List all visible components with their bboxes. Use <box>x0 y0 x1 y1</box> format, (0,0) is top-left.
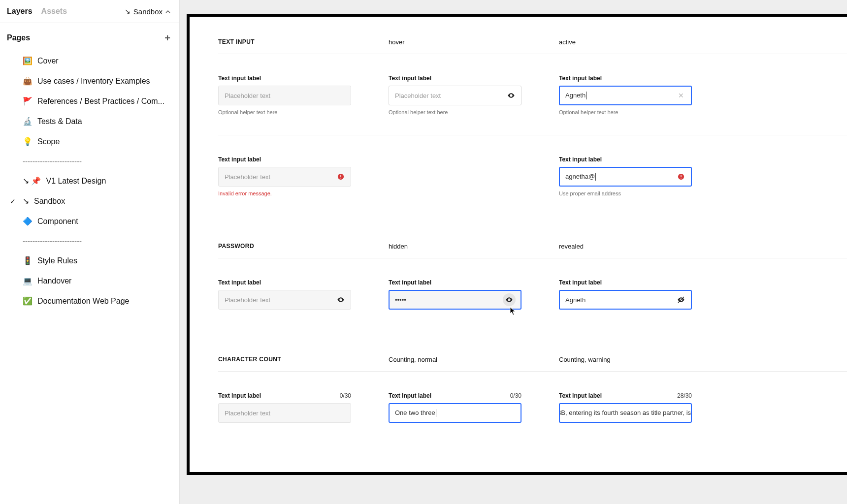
page-item-references[interactable]: 🚩 References / Best Practices / Com... <box>0 91 179 111</box>
input-placeholder: Placeholder text <box>225 92 270 99</box>
char-counter: 0/30 <box>510 392 521 399</box>
field-label: Text input label <box>389 75 431 82</box>
svg-rect-1 <box>340 175 341 177</box>
section-title: CHARACTER COUNT <box>218 356 389 363</box>
helper-text: Optional helper text here <box>559 109 692 115</box>
section-header-password: PASSWORD hidden revealed <box>218 236 847 258</box>
page-item-label: ------------------------ <box>23 157 82 165</box>
eye-off-icon[interactable] <box>676 295 686 305</box>
page-item-label: Cover <box>37 57 59 65</box>
char-count-default: Text input label 0/30 Placeholder text <box>218 392 389 423</box>
chevron-up-icon <box>165 7 170 16</box>
text-input[interactable]: Placeholder text <box>218 86 351 105</box>
section-title: PASSWORD <box>218 243 389 250</box>
page-emoji-icon: ↘ 📌 <box>23 176 41 186</box>
page-item-sandbox[interactable]: ✓ ↘ Sandbox <box>0 191 179 211</box>
canvas[interactable]: TEXT INPUT hover active Text input label… <box>180 0 847 504</box>
password-input[interactable]: ••••• <box>389 290 521 310</box>
input-value: Agneth <box>565 92 586 100</box>
input-placeholder: Placeholder text <box>225 173 270 181</box>
svg-rect-4 <box>681 175 681 177</box>
page-emoji-icon: ✅ <box>23 296 33 306</box>
page-item-cover[interactable]: 🖼️ Cover <box>0 51 179 71</box>
page-selector[interactable]: ↘ Sandbox <box>125 7 170 16</box>
page-item-style-rules[interactable]: 🚦 Style Rules <box>0 251 179 271</box>
layers-sidebar: Layers Assets ↘ Sandbox Pages + 🖼️ Cover… <box>0 0 180 504</box>
page-item-label: Handover <box>37 277 71 285</box>
char-count-row: Text input label 0/30 Placeholder text T… <box>218 372 847 442</box>
text-input-hover: Text input label Placeholder text Option… <box>389 75 559 115</box>
page-item-component[interactable]: 🔷 Component <box>0 211 179 231</box>
field-label: Text input label <box>389 279 431 286</box>
password-hidden: Text input label ••••• <box>389 279 559 310</box>
char-counter: 28/30 <box>677 392 692 399</box>
tab-layers[interactable]: Layers <box>7 7 33 16</box>
password-input[interactable]: Placeholder text <box>218 290 351 310</box>
page-item-label: Component <box>37 217 78 226</box>
page-item-v1-latest[interactable]: ↘ 📌 V1 Latest Design <box>0 171 179 191</box>
error-icon <box>336 172 346 182</box>
page-item-documentation[interactable]: ✅ Documentation Web Page <box>0 291 179 311</box>
text-input[interactable]: Placeholder text <box>218 403 351 423</box>
text-input-default: Text input label Placeholder text Option… <box>218 75 389 115</box>
page-emoji-icon: 🚩 <box>23 96 33 106</box>
field-label: Text input label <box>559 75 602 82</box>
page-item-handover[interactable]: 💻 Handover <box>0 271 179 291</box>
text-input[interactable]: One two three <box>389 403 521 423</box>
helper-text: Optional helper text here <box>389 109 521 115</box>
column-header-hover: hover <box>389 38 559 46</box>
helper-text: Use proper email address <box>559 190 692 196</box>
page-item-scope[interactable]: 💡 Scope <box>0 131 179 152</box>
svg-rect-5 <box>681 178 681 178</box>
page-item-label: Tests & Data <box>37 117 82 126</box>
page-item-use-cases[interactable]: 👜 Use cases / Inventory Examples <box>0 71 179 91</box>
text-input-error-hover-empty <box>389 156 559 196</box>
page-item-label: V1 Latest Design <box>46 177 106 186</box>
password-input[interactable]: Agneth <box>559 290 692 310</box>
clear-icon[interactable]: ✕ <box>676 91 686 100</box>
pages-header: Pages + <box>0 23 179 48</box>
text-input[interactable]: agnetha@ <box>559 167 692 187</box>
column-header-hidden: hidden <box>389 243 559 250</box>
column-header-counting-warning: Counting, warning <box>559 356 729 363</box>
pages-list: 🖼️ Cover 👜 Use cases / Inventory Example… <box>0 48 179 314</box>
column-header-revealed: revealed <box>559 243 729 250</box>
page-emoji-icon: 💡 <box>23 137 33 146</box>
char-count-normal: Text input label 0/30 One two three <box>389 392 559 423</box>
tab-assets[interactable]: Assets <box>41 7 67 16</box>
add-page-button[interactable]: + <box>164 33 170 43</box>
section-header-text-input: TEXT INPUT hover active <box>218 32 847 54</box>
text-input[interactable]: Placeholder text <box>218 167 351 187</box>
design-frame[interactable]: TEXT INPUT hover active Text input label… <box>187 14 847 475</box>
pages-header-label: Pages <box>7 33 30 42</box>
input-value: agnetha@ <box>565 173 596 181</box>
sidebar-tabs-row: Layers Assets ↘ Sandbox <box>0 0 179 23</box>
input-value: One two three <box>395 409 436 417</box>
input-value: ABB, entering its fourth season as title… <box>559 409 692 417</box>
page-emoji-icon: 👜 <box>23 76 33 86</box>
text-input[interactable]: Placeholder text <box>389 86 521 105</box>
text-input[interactable]: ABB, entering its fourth season as title… <box>559 403 692 423</box>
eye-icon[interactable] <box>336 295 346 305</box>
page-divider: ------------------------ <box>0 231 179 251</box>
password-revealed: Text input label Agneth <box>559 279 729 310</box>
text-input-error-default: Text input label Placeholder text Invali… <box>218 156 389 196</box>
svg-rect-2 <box>340 178 341 178</box>
page-item-label: Documentation Web Page <box>37 297 129 306</box>
page-divider: ------------------------ <box>0 152 179 171</box>
text-input-active: Text input label Agneth ✕ Optional helpe… <box>559 75 729 115</box>
section-header-char-count: CHARACTER COUNT Counting, normal Countin… <box>218 349 847 372</box>
page-emoji-icon: 🖼️ <box>23 56 33 65</box>
page-item-label: Use cases / Inventory Examples <box>37 77 150 86</box>
page-item-label: References / Best Practices / Com... <box>37 97 164 106</box>
field-label: Text input label <box>559 279 602 286</box>
text-input[interactable]: Agneth ✕ <box>559 86 692 105</box>
page-emoji-icon: ↘ <box>23 196 29 206</box>
reveal-password-button[interactable] <box>503 293 516 306</box>
page-item-label: Scope <box>37 137 60 146</box>
field-label: Text input label <box>218 392 261 399</box>
eye-icon[interactable] <box>506 91 516 100</box>
input-value: Agneth <box>565 296 586 304</box>
password-default: Text input label Placeholder text <box>218 279 389 310</box>
page-item-tests-data[interactable]: 🔬 Tests & Data <box>0 111 179 131</box>
